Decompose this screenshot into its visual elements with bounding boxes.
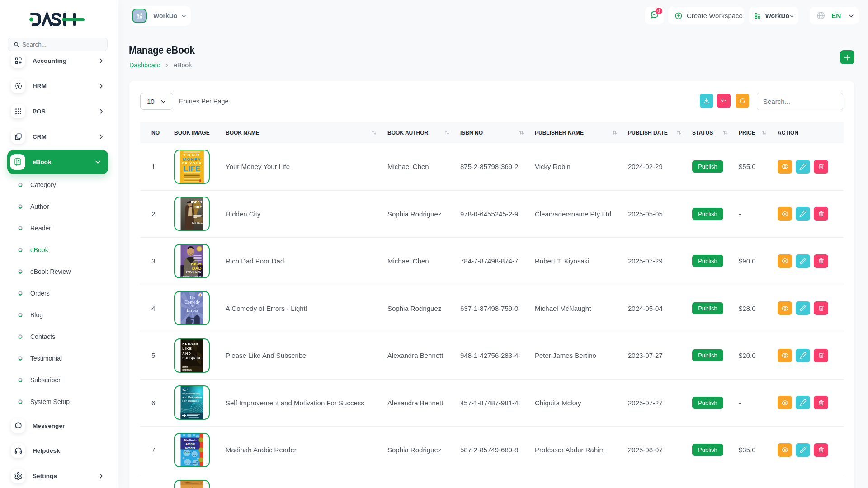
svg-text:LIFE: LIFE (183, 164, 200, 173)
svg-text:SUBS(RIBE: SUBS(RIBE (182, 356, 201, 360)
svg-text:POOR DAD: POOR DAD (186, 270, 202, 273)
svg-text:The: The (189, 295, 196, 300)
svg-text:By M G Lawson: By M G Lawson (192, 222, 204, 224)
svg-text:Dr. V. Abdur Rahim: Dr. V. Abdur Rahim (185, 462, 201, 465)
svg-text:For Success: For Success (182, 399, 199, 402)
svg-text:AND: AND (182, 352, 191, 356)
svg-text:Errors: Errors (187, 308, 198, 313)
svg-text:PLEASE: PLEASE (182, 342, 199, 346)
svg-text:Reader: Reader (185, 446, 195, 450)
svg-text:BERTINO: BERTINO (182, 369, 192, 371)
svg-text:LIKE: LIKE (182, 347, 192, 351)
svg-text:Self: Self (182, 388, 188, 391)
svg-text:Improvement: Improvement (182, 392, 199, 395)
svg-text:Madinah: Madinah (184, 439, 196, 442)
svg-text:Book 1: Book 1 (184, 451, 193, 454)
svg-text:DAD: DAD (192, 266, 202, 271)
svg-text:and Motivation: and Motivation (182, 395, 202, 398)
svg-text:PETE: PETE (182, 366, 188, 369)
svg-text:ROBERT T. KIYOSAKI: ROBERT T. KIYOSAKI (182, 276, 203, 277)
svg-text:Arabic: Arabic (185, 442, 195, 446)
svg-text:CITY: CITY (194, 206, 202, 209)
svg-text:HIDDEN: HIDDEN (189, 201, 202, 204)
